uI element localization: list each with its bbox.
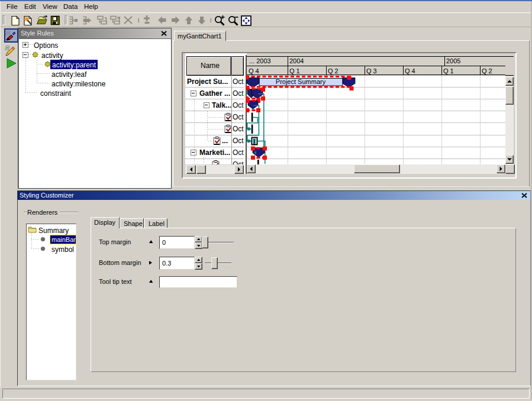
svg-text:Project Summary: Project Summary: [276, 78, 326, 85]
